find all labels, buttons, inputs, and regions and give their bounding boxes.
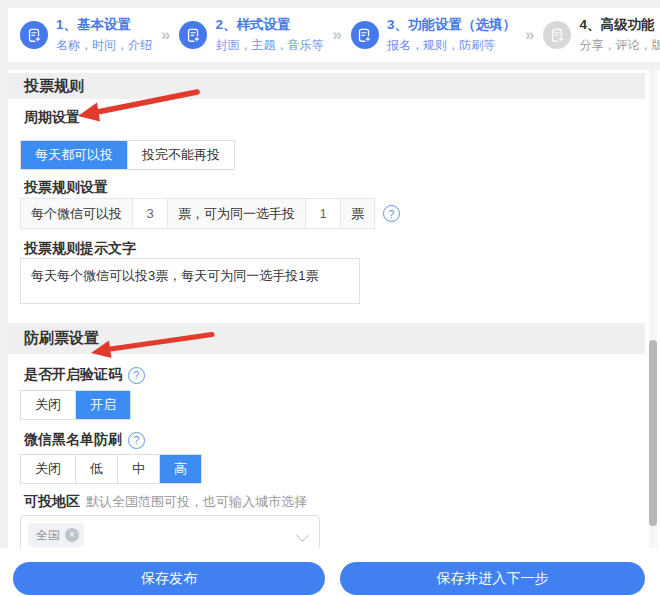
- region-hint: 默认全国范围可投，也可输入城市选择: [86, 493, 307, 511]
- vote-rule-tip-textarea[interactable]: 每天每个微信可以投3票，每天可为同一选手投1票: [20, 258, 360, 304]
- step-title: 2、样式设置: [215, 16, 323, 34]
- region-tag-label: 全国: [36, 527, 60, 544]
- step-separator-icon: »: [332, 25, 341, 45]
- cycle-setting-group: 每天都可以投 投完不能再投: [20, 140, 235, 170]
- rule-prefix-label: 每个微信可以投: [21, 199, 132, 228]
- step-subtitle: 分享，评论，版权等: [579, 37, 660, 54]
- blacklist-group: 关闭 低 中 高: [20, 454, 202, 484]
- blacklist-label: 微信黑名单防刷: [24, 431, 122, 449]
- step-subtitle: 封面，主题，音乐等: [215, 37, 323, 54]
- step-4-advanced-functions[interactable]: 4、高级功能（选填） 分享，评论，版权等: [543, 16, 660, 54]
- blacklist-option-off[interactable]: 关闭: [21, 455, 75, 483]
- help-icon[interactable]: ?: [128, 432, 145, 449]
- step-separator-icon: »: [525, 25, 534, 45]
- region-label: 可投地区: [24, 493, 80, 511]
- document-plus-icon: [351, 21, 379, 49]
- wizard-page: 1、基本设置 名称，时间，介绍 » 2、样式设置 封面，主题，音乐等 » 3、功…: [0, 0, 660, 596]
- footer-bar: 保存发布 保存并进入下一步: [0, 548, 660, 596]
- help-icon[interactable]: ?: [383, 205, 400, 222]
- cycle-setting-label: 周期设置: [24, 109, 80, 127]
- form-content: 投票规则 周期设置 每天都可以投 投完不能再投 投票规则设置 每个微信可以投 票…: [8, 70, 660, 548]
- captcha-option-off[interactable]: 关闭: [21, 391, 75, 419]
- rule-suffix-label: 票: [341, 199, 374, 228]
- step-separator-icon: »: [161, 25, 170, 45]
- cycle-option-daily[interactable]: 每天都可以投: [21, 141, 127, 169]
- cycle-option-once[interactable]: 投完不能再投: [127, 141, 234, 169]
- section-header-vote-rules: 投票规则: [8, 73, 645, 99]
- tag-close-icon[interactable]: ×: [65, 528, 79, 542]
- blacklist-option-mid[interactable]: 中: [117, 455, 159, 483]
- document-plus-icon: [20, 21, 48, 49]
- step-title: 4、高级功能（选填）: [579, 16, 660, 34]
- step-subtitle: 名称，时间，介绍: [56, 37, 152, 54]
- region-select[interactable]: 全国 ×: [20, 515, 320, 548]
- step-title: 3、功能设置（选填）: [387, 16, 516, 34]
- step-title: 1、基本设置: [56, 16, 152, 34]
- section-header-anti-brush: 防刷票设置: [8, 323, 645, 354]
- captcha-label-row: 是否开启验证码 ?: [24, 366, 145, 384]
- help-icon[interactable]: ?: [128, 367, 145, 384]
- document-plus-icon: [179, 21, 207, 49]
- scrollbar-track[interactable]: [649, 70, 657, 548]
- step-2-style-settings[interactable]: 2、样式设置 封面，主题，音乐等: [179, 16, 323, 54]
- rule-middle-label: 票，可为同一选手投: [168, 199, 305, 228]
- blacklist-option-low[interactable]: 低: [75, 455, 117, 483]
- vote-rule-tip-label: 投票规则提示文字: [24, 240, 136, 258]
- region-label-row: 可投地区 默认全国范围可投，也可输入城市选择: [24, 493, 307, 511]
- captcha-option-on[interactable]: 开启: [75, 391, 130, 419]
- blacklist-label-row: 微信黑名单防刷 ?: [24, 431, 145, 449]
- document-plus-icon: [543, 21, 571, 49]
- stepper: 1、基本设置 名称，时间，介绍 » 2、样式设置 封面，主题，音乐等 » 3、功…: [8, 8, 660, 62]
- step-1-basic-settings[interactable]: 1、基本设置 名称，时间，介绍: [20, 16, 152, 54]
- step-3-function-settings[interactable]: 3、功能设置（选填） 报名，规则，防刷等: [351, 16, 516, 54]
- vote-rule-setting-row: 每个微信可以投 票，可为同一选手投 票 ?: [20, 198, 400, 229]
- blacklist-option-high[interactable]: 高: [159, 455, 201, 483]
- scrollbar-thumb[interactable]: [649, 340, 657, 526]
- vote-rule-setting-label: 投票规则设置: [24, 179, 108, 197]
- captcha-label: 是否开启验证码: [24, 366, 122, 384]
- chevron-down-icon: [296, 529, 309, 542]
- region-tag: 全国 ×: [28, 523, 84, 547]
- vote-rule-group: 每个微信可以投 票，可为同一选手投 票: [20, 198, 375, 229]
- save-next-step-button[interactable]: 保存并进入下一步: [340, 562, 645, 595]
- save-publish-button[interactable]: 保存发布: [13, 562, 325, 595]
- votes-per-wechat-input[interactable]: [132, 199, 168, 228]
- step-subtitle: 报名，规则，防刷等: [387, 37, 516, 54]
- votes-per-player-input[interactable]: [305, 199, 341, 228]
- captcha-group: 关闭 开启: [20, 390, 131, 420]
